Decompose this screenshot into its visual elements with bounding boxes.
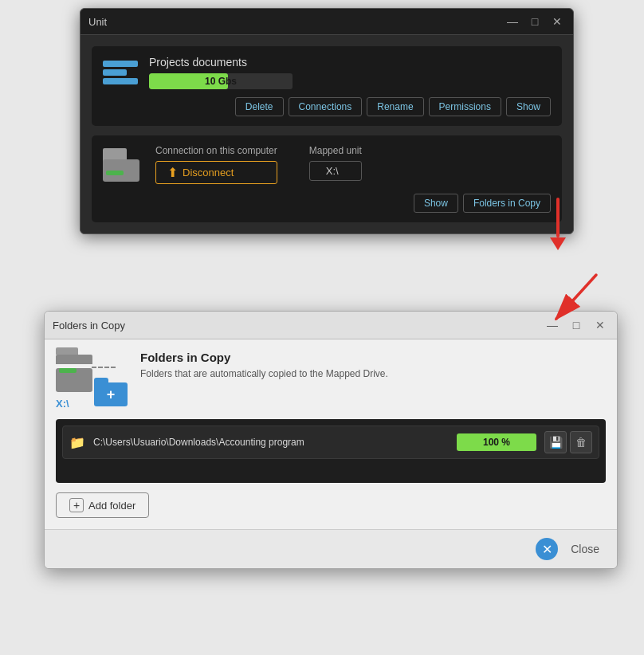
drive-x-label: X:\ (56, 398, 69, 410)
folder-sync-button[interactable]: 💾 (544, 431, 567, 453)
folder-delete-button[interactable]: 🗑 (570, 431, 592, 453)
drive-icon (103, 61, 138, 84)
net-drive-body (103, 159, 139, 182)
fic-footer: ✕ Close (45, 529, 617, 568)
connection-labels: Connection on this computer ⬆ Disconnect… (155, 145, 362, 184)
add-folder-button[interactable]: + Add folder (56, 492, 149, 518)
folder-list: 📁 C:\Users\Usuario\Downloads\Accounting … (56, 419, 606, 483)
diagonal-arrow (524, 267, 620, 331)
delete-icon: 🗑 (575, 436, 587, 449)
show-button[interactable]: Show (506, 97, 551, 116)
folder-action-buttons: 💾 🗑 (544, 431, 592, 453)
show-connection-button[interactable]: Show (414, 194, 458, 213)
close-icon: ✕ (542, 542, 552, 557)
fic-subtitle: Folders that are automatically copied to… (140, 368, 388, 379)
disconnect-button[interactable]: ⬆ Disconnect (155, 161, 277, 184)
fic-main-title: Folders in Copy (140, 351, 388, 364)
add-folder-plus-icon: + (69, 498, 84, 512)
close-footer-button[interactable]: Close (564, 538, 606, 560)
unit-window: Unit — □ ✕ Projects documents (80, 8, 574, 234)
disconnect-label: Disconnect (183, 167, 234, 178)
drive-card: Projects documents 10 Gbs Delete Connect… (92, 46, 562, 126)
drive-actions: Delete Connections Rename Permissions Sh… (103, 97, 551, 116)
unit-maximize-button[interactable]: □ (527, 14, 543, 29)
svg-line-1 (556, 275, 596, 319)
unit-window-controls: — □ ✕ (505, 14, 565, 29)
fic-content: + X:\ Folders in Copy Folders that are a… (45, 339, 617, 529)
rename-button[interactable]: Rename (367, 97, 423, 116)
folder-path: C:\Users\Usuario\Downloads\Accounting pr… (93, 437, 449, 448)
drive-bar-1 (103, 61, 138, 67)
fic-network-drive-icon (56, 355, 92, 392)
close-footer-icon-button[interactable]: ✕ (536, 538, 558, 560)
drive-header: Projects documents 10 Gbs (103, 56, 551, 89)
add-folder-label: Add folder (88, 500, 135, 512)
unit-close-button[interactable]: ✕ (549, 14, 565, 29)
drive-name: Projects documents (149, 56, 293, 69)
storage-bar: 10 Gbs (149, 73, 293, 89)
mapped-unit-label: Mapped unit (309, 145, 362, 156)
unit-minimize-button[interactable]: — (505, 14, 520, 29)
network-drive-icon (103, 148, 144, 182)
mapped-unit-group: Mapped unit X:\ (309, 145, 362, 184)
permissions-button[interactable]: Permissions (429, 97, 501, 116)
connection-header: Connection on this computer ⬆ Disconnect… (103, 145, 551, 184)
connection-on-computer-label: Connection on this computer (155, 145, 277, 156)
fic-icon-area: + X:\ (56, 351, 128, 406)
folder-plus-icon: + (107, 387, 116, 402)
sync-icon: 💾 (549, 436, 563, 449)
drive-info: Projects documents 10 Gbs (149, 56, 293, 89)
unit-titlebar: Unit — □ ✕ (80, 9, 573, 35)
storage-bar-label: 10 Gbs (205, 76, 237, 87)
fic-folder-icon: + (94, 378, 128, 406)
dashed-connection (92, 367, 116, 368)
connection-on-computer: Connection on this computer ⬆ Disconnect (155, 145, 277, 184)
folders-in-copy-button[interactable]: Folders in Copy (463, 194, 551, 213)
fic-desc-area: Folders in Copy Folders that are automat… (140, 351, 388, 379)
drive-bar-2 (103, 69, 127, 76)
upload-icon: ⬆ (167, 165, 178, 180)
arrow-head (550, 237, 566, 250)
folder-item: 📁 C:\Users\Usuario\Downloads\Accounting … (62, 426, 599, 459)
progress-label: 100 % (483, 437, 510, 448)
folder-item-icon: 📁 (69, 435, 85, 450)
arrow-annotation (550, 198, 566, 250)
fic-drive-body (56, 368, 92, 392)
folders-in-copy-window: Folders in Copy — □ ✕ (44, 311, 618, 569)
connections-button[interactable]: Connections (289, 97, 363, 116)
mapped-unit-badge: X:\ (309, 161, 362, 181)
fic-title: Folders in Copy (53, 320, 125, 331)
connection-actions: Show Folders in Copy (103, 194, 551, 213)
fic-folder-body: + (94, 382, 128, 406)
net-drive-green (106, 171, 124, 175)
delete-button[interactable]: Delete (235, 97, 284, 116)
arrow-shaft (556, 198, 560, 237)
connection-card: Connection on this computer ⬆ Disconnect… (92, 135, 562, 222)
unit-content: Projects documents 10 Gbs Delete Connect… (80, 35, 573, 233)
drive-bar-3 (103, 78, 138, 84)
fic-drive-green (59, 368, 77, 373)
unit-title: Unit (88, 16, 107, 28)
fic-header-section: + X:\ Folders in Copy Folders that are a… (56, 351, 606, 406)
progress-bar: 100 % (457, 433, 536, 451)
